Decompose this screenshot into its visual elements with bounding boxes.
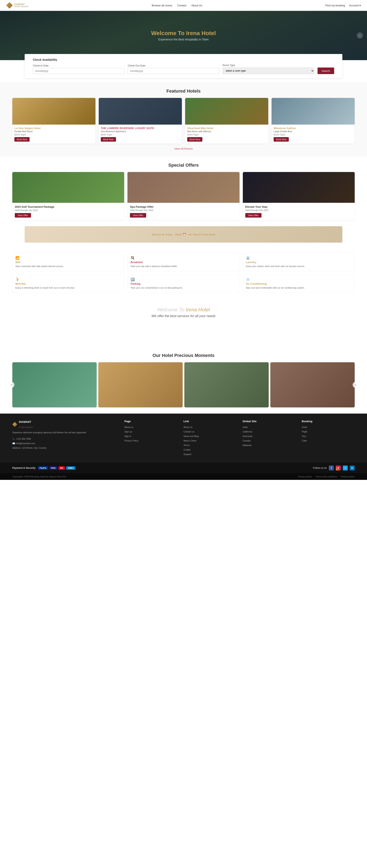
moment-img-1: [12, 362, 97, 407]
hotel-type-4: Large Double Bed: [274, 130, 353, 132]
footer-link-title: Link: [183, 420, 237, 423]
footer-link-about[interactable]: About us: [124, 425, 177, 429]
hotel-type-3: Bed Room with Balcony: [187, 130, 266, 132]
featured-section: Featured Hotels La Vela Saigon Hotel Dou…: [0, 82, 367, 156]
footer-email: ✉️ info@example.com: [12, 441, 118, 445]
offers-grid: 2023 Golf Tournament Package Valid throu…: [12, 172, 355, 220]
special-offers-section: Special Offers 2023 Golf Tournament Pack…: [0, 156, 367, 226]
room-type-select[interactable]: select a room type: [223, 67, 314, 74]
footer-link-signup[interactable]: Sign up: [124, 429, 177, 434]
hotel-type-1: Double Bed Room: [14, 130, 93, 132]
view-all-rooms: View All Rooms: [12, 147, 355, 150]
banner-section: Service at Irena - Hotel ⏰ - 24- Hours F…: [25, 226, 342, 243]
hero-arrow-btn[interactable]: ›: [357, 32, 363, 39]
offer-body-2: Spa Package Offer Valid through Dec 2022…: [127, 203, 239, 220]
footer-link-col-blog[interactable]: News and Blog: [183, 434, 237, 438]
footer-link-col-team[interactable]: Meet a Team: [183, 438, 237, 443]
hotel-price-3: $300/ Night: [187, 133, 266, 136]
special-offers-title: Special Offers: [12, 162, 355, 168]
footer-link-col-contact[interactable]: Contact us: [183, 429, 237, 434]
nav-account[interactable]: Account ▾: [349, 4, 361, 7]
logo-diamond-icon: [6, 2, 13, 9]
hero-title: Welcome To Irena Hotel: [151, 30, 216, 36]
view-offer-btn-1[interactable]: View Offer: [15, 213, 31, 218]
view-offer-btn-3[interactable]: View Offer: [245, 213, 262, 218]
twitter-icon[interactable]: t: [343, 466, 348, 470]
ac-icon: ❄️: [246, 278, 351, 281]
footer-link-col-about[interactable]: About us: [183, 425, 237, 429]
offer-card-1: 2023 Golf Tournament Package Valid throu…: [12, 172, 124, 220]
nav-contact[interactable]: Contact: [177, 4, 186, 7]
service-laundry: 👔 Laundry Keep your clothes clean and fr…: [243, 253, 355, 271]
refund-link[interactable]: Refund policy: [341, 475, 355, 478]
view-all-link[interactable]: View All Rooms: [174, 147, 193, 150]
logo-sub: HOTEL RESORT: [14, 5, 29, 8]
search-row: Check-In Date Check-Out Date Room Type s…: [33, 64, 334, 74]
search-button[interactable]: Search: [317, 67, 334, 74]
footer-global-malaysia[interactable]: Malaysia: [243, 443, 296, 447]
footer-global-california[interactable]: California: [243, 429, 296, 434]
instagram-icon[interactable]: ✦: [336, 466, 341, 470]
footer-global-indonesia[interactable]: Indonesia: [243, 434, 296, 438]
nav-find-booking[interactable]: Find my booking: [325, 4, 345, 7]
service-minibar-title: Mini-Bar: [16, 282, 121, 285]
visa-icon: VISA: [49, 466, 57, 470]
footer-brand-name: DIAMANT: [19, 420, 33, 424]
nav-logo[interactable]: DIAMANT HOTEL RESORT: [6, 2, 29, 9]
footer-address: Address: 123 Street, City, Country: [12, 445, 118, 450]
nav-links: Browse all rooms Contact About Us: [152, 4, 202, 7]
footer-booking-cabs[interactable]: Cabs: [302, 438, 355, 443]
footer-booking-flight[interactable]: Flight: [302, 429, 355, 434]
footer-link-signin[interactable]: Sign in: [124, 434, 177, 438]
view-offer-btn-2[interactable]: View Offer: [130, 213, 146, 218]
footer-global-india[interactable]: India: [243, 425, 296, 429]
hotel-price-2: $900/ Night: [101, 133, 180, 136]
moment-img-3: [184, 362, 269, 407]
offer-validity-1: Valid through Jan 2022: [15, 209, 122, 211]
hotel-name-2: THE LUMIÈRE RIVERSIDE LUXURY SUITE: [101, 127, 180, 130]
hotel-name-1: La Vela Saigon Hotel: [14, 127, 93, 130]
linkedin-icon[interactable]: in: [350, 466, 355, 470]
offer-name-1: 2023 Golf Tournament Package: [15, 205, 122, 208]
footer-link-col-cookie[interactable]: Cookie: [183, 447, 237, 452]
book-btn-4[interactable]: Book Now: [274, 137, 289, 142]
footer-link-col: Link About us Contact us News and Blog M…: [183, 420, 237, 457]
service-breakfast-desc: Start your day with a delicious breakfas…: [130, 265, 236, 268]
checkout-field: Check-Out Date: [128, 64, 219, 74]
footer-link-col-terms[interactable]: Terms: [183, 443, 237, 447]
offer-body-1: 2023 Golf Tournament Package Valid throu…: [12, 203, 124, 220]
checkout-input[interactable]: [128, 68, 219, 74]
footer-link-privacy[interactable]: Privacy Policy: [124, 438, 177, 443]
book-btn-2[interactable]: Book Now: [101, 137, 116, 142]
footer-page-col: Page About us Sign up Sign in Privacy Po…: [124, 420, 177, 457]
hero-subtitle: Experience the Best Hospitality in Town: [151, 38, 216, 41]
offer-name-2: Spa Package Offer: [130, 205, 237, 208]
hotel-card-2: THE LUMIÈRE RIVERSIDE LUXURY SUITE One-B…: [99, 98, 182, 144]
legal-links: Privacy policy Terms and conditions Refu…: [295, 475, 355, 478]
footer-booking-hotel[interactable]: Hotel: [302, 425, 355, 429]
carousel-prev-btn[interactable]: ‹: [8, 382, 14, 388]
carousel-next-btn[interactable]: ›: [353, 382, 359, 388]
footer-global-canada[interactable]: Canada: [243, 438, 296, 443]
nav-browse[interactable]: Browse all rooms: [152, 4, 172, 7]
footer-booking-tour[interactable]: Tour: [302, 434, 355, 438]
logo-brand: DIAMANT: [14, 3, 29, 5]
checkin-input[interactable]: [33, 68, 124, 74]
moment-img-2: [98, 362, 183, 407]
nav-right: Find my booking Account ▾: [325, 4, 361, 7]
moments-title: Our Hotel Precious Moments: [0, 353, 367, 358]
hotel-card-body-3: Silverland Mây Hotel Bed Room with Balco…: [185, 125, 268, 144]
hotel-name-3: Silverland Mây Hotel: [187, 127, 266, 130]
footer-link-col-support[interactable]: Support: [183, 452, 237, 457]
book-btn-3[interactable]: Book Now: [187, 137, 203, 142]
offer-image-1: [12, 172, 124, 203]
book-btn-1[interactable]: Book Now: [14, 137, 30, 142]
moments-section: Our Hotel Precious Moments ‹ ›: [0, 347, 367, 413]
nav-about[interactable]: About Us: [191, 4, 202, 7]
service-ac-title: Air Conditioning: [246, 282, 351, 285]
facebook-icon[interactable]: f: [329, 466, 334, 470]
privacy-policy-link[interactable]: Privacy policy: [298, 475, 312, 478]
navbar: DIAMANT HOTEL RESORT Browse all rooms Co…: [0, 0, 367, 11]
footer-booking-col: Booking Hotel Flight Tour Cabs: [302, 420, 355, 457]
terms-link[interactable]: Terms and conditions: [316, 475, 337, 478]
